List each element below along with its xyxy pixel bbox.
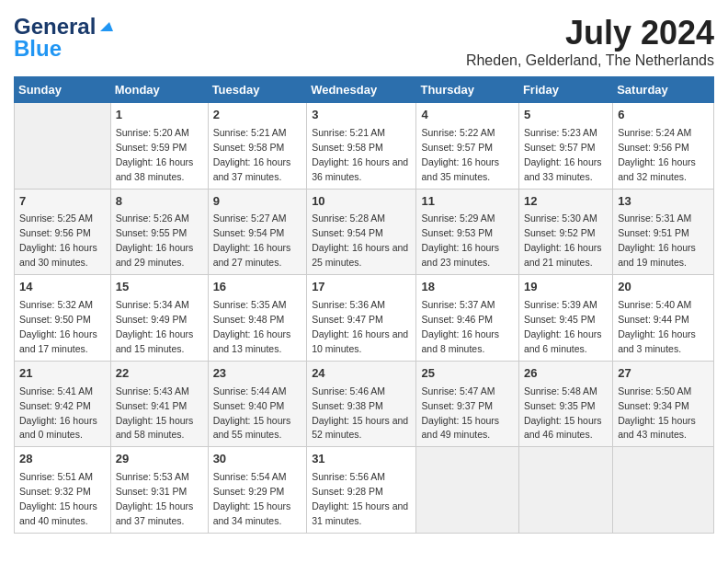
day-number: 9 [213, 193, 302, 211]
svg-marker-0 [100, 22, 113, 31]
day-number: 3 [312, 107, 411, 124]
calendar-cell: 19Sunrise: 5:39 AMSunset: 9:45 PMDayligh… [518, 275, 612, 362]
calendar-cell: 21Sunrise: 5:41 AMSunset: 9:42 PMDayligh… [15, 361, 111, 447]
page-header: General Blue July 2024 Rheden, Gelderlan… [14, 14, 714, 69]
day-info: Sunrise: 5:48 AMSunset: 9:35 PMDaylight:… [524, 385, 602, 441]
logo: General Blue [14, 14, 113, 62]
calendar-cell: 11Sunrise: 5:29 AMSunset: 9:53 PMDayligh… [416, 189, 518, 275]
calendar-cell: 30Sunrise: 5:54 AMSunset: 9:29 PMDayligh… [208, 447, 307, 534]
day-number: 20 [618, 279, 709, 296]
calendar-cell: 15Sunrise: 5:34 AMSunset: 9:49 PMDayligh… [110, 275, 208, 362]
calendar-cell: 17Sunrise: 5:36 AMSunset: 9:47 PMDayligh… [307, 275, 416, 362]
day-info: Sunrise: 5:22 AMSunset: 9:57 PMDaylight:… [421, 127, 499, 182]
day-number: 10 [312, 193, 411, 211]
calendar-cell [518, 447, 612, 534]
day-number: 7 [19, 193, 106, 211]
day-info: Sunrise: 5:51 AMSunset: 9:32 PMDaylight:… [19, 471, 97, 526]
month-year-title: July 2024 [466, 14, 714, 52]
calendar-cell: 4Sunrise: 5:22 AMSunset: 9:57 PMDaylight… [416, 103, 518, 190]
calendar-table: SundayMondayTuesdayWednesdayThursdayFrid… [14, 76, 714, 534]
day-number: 23 [213, 365, 302, 383]
day-info: Sunrise: 5:26 AMSunset: 9:55 PMDaylight:… [116, 213, 194, 268]
weekday-header-friday: Friday [518, 77, 612, 103]
calendar-cell [15, 103, 111, 190]
day-info: Sunrise: 5:27 AMSunset: 9:54 PMDaylight:… [213, 213, 291, 268]
calendar-cell: 14Sunrise: 5:32 AMSunset: 9:50 PMDayligh… [15, 275, 111, 362]
title-section: July 2024 Rheden, Gelderland, The Nether… [466, 14, 714, 69]
day-info: Sunrise: 5:23 AMSunset: 9:57 PMDaylight:… [524, 127, 602, 182]
day-number: 13 [618, 193, 709, 211]
day-number: 12 [524, 193, 608, 211]
day-info: Sunrise: 5:32 AMSunset: 9:50 PMDaylight:… [19, 299, 97, 354]
calendar-cell: 2Sunrise: 5:21 AMSunset: 9:58 PMDaylight… [208, 103, 307, 190]
calendar-week-4: 21Sunrise: 5:41 AMSunset: 9:42 PMDayligh… [15, 361, 714, 447]
calendar-cell: 31Sunrise: 5:56 AMSunset: 9:28 PMDayligh… [307, 447, 416, 534]
calendar-cell: 7Sunrise: 5:25 AMSunset: 9:56 PMDaylight… [15, 189, 111, 275]
calendar-cell: 8Sunrise: 5:26 AMSunset: 9:55 PMDaylight… [110, 189, 208, 275]
weekday-header-saturday: Saturday [613, 77, 714, 103]
day-info: Sunrise: 5:54 AMSunset: 9:29 PMDaylight:… [213, 471, 291, 526]
day-number: 21 [19, 365, 106, 383]
day-number: 18 [421, 279, 513, 296]
calendar-cell: 12Sunrise: 5:30 AMSunset: 9:52 PMDayligh… [518, 189, 612, 275]
calendar-cell: 24Sunrise: 5:46 AMSunset: 9:38 PMDayligh… [307, 361, 416, 447]
logo-icon [97, 17, 113, 33]
day-info: Sunrise: 5:21 AMSunset: 9:58 PMDaylight:… [213, 127, 291, 182]
day-info: Sunrise: 5:35 AMSunset: 9:48 PMDaylight:… [213, 299, 291, 354]
day-number: 17 [312, 279, 411, 296]
calendar-cell: 5Sunrise: 5:23 AMSunset: 9:57 PMDaylight… [518, 103, 612, 190]
day-number: 30 [213, 451, 302, 468]
day-number: 31 [312, 451, 411, 468]
calendar-cell: 23Sunrise: 5:44 AMSunset: 9:40 PMDayligh… [208, 361, 307, 447]
calendar-cell: 1Sunrise: 5:20 AMSunset: 9:59 PMDaylight… [110, 103, 208, 190]
day-number: 6 [618, 107, 709, 124]
weekday-header-thursday: Thursday [416, 77, 518, 103]
day-info: Sunrise: 5:37 AMSunset: 9:46 PMDaylight:… [421, 299, 499, 354]
calendar-cell: 29Sunrise: 5:53 AMSunset: 9:31 PMDayligh… [110, 447, 208, 534]
day-number: 28 [19, 451, 106, 468]
day-info: Sunrise: 5:25 AMSunset: 9:56 PMDaylight:… [19, 213, 97, 268]
calendar-cell: 18Sunrise: 5:37 AMSunset: 9:46 PMDayligh… [416, 275, 518, 362]
calendar-cell: 28Sunrise: 5:51 AMSunset: 9:32 PMDayligh… [15, 447, 111, 534]
day-info: Sunrise: 5:47 AMSunset: 9:37 PMDaylight:… [421, 385, 499, 441]
day-info: Sunrise: 5:36 AMSunset: 9:47 PMDaylight:… [312, 299, 408, 354]
location-label: Rheden, Gelderland, The Netherlands [466, 52, 714, 69]
calendar-cell: 27Sunrise: 5:50 AMSunset: 9:34 PMDayligh… [613, 361, 714, 447]
calendar-cell: 13Sunrise: 5:31 AMSunset: 9:51 PMDayligh… [613, 189, 714, 275]
calendar-cell [613, 447, 714, 534]
weekday-header-tuesday: Tuesday [208, 77, 307, 103]
day-info: Sunrise: 5:34 AMSunset: 9:49 PMDaylight:… [116, 299, 194, 354]
day-number: 8 [116, 193, 203, 211]
day-info: Sunrise: 5:24 AMSunset: 9:56 PMDaylight:… [618, 127, 696, 182]
calendar-cell: 26Sunrise: 5:48 AMSunset: 9:35 PMDayligh… [518, 361, 612, 447]
weekday-header-wednesday: Wednesday [307, 77, 416, 103]
day-info: Sunrise: 5:31 AMSunset: 9:51 PMDaylight:… [618, 213, 696, 268]
day-info: Sunrise: 5:21 AMSunset: 9:58 PMDaylight:… [312, 127, 408, 182]
weekday-header-monday: Monday [110, 77, 208, 103]
calendar-cell: 25Sunrise: 5:47 AMSunset: 9:37 PMDayligh… [416, 361, 518, 447]
day-info: Sunrise: 5:29 AMSunset: 9:53 PMDaylight:… [421, 213, 499, 268]
day-number: 5 [524, 107, 608, 124]
calendar-cell: 20Sunrise: 5:40 AMSunset: 9:44 PMDayligh… [613, 275, 714, 362]
day-info: Sunrise: 5:39 AMSunset: 9:45 PMDaylight:… [524, 299, 602, 354]
day-number: 14 [19, 279, 106, 296]
day-info: Sunrise: 5:28 AMSunset: 9:54 PMDaylight:… [312, 213, 408, 268]
calendar-week-1: 1Sunrise: 5:20 AMSunset: 9:59 PMDaylight… [15, 103, 714, 190]
calendar-week-3: 14Sunrise: 5:32 AMSunset: 9:50 PMDayligh… [15, 275, 714, 362]
calendar-cell: 6Sunrise: 5:24 AMSunset: 9:56 PMDaylight… [613, 103, 714, 190]
weekday-header-row: SundayMondayTuesdayWednesdayThursdayFrid… [15, 77, 714, 103]
day-info: Sunrise: 5:44 AMSunset: 9:40 PMDaylight:… [213, 385, 291, 441]
day-info: Sunrise: 5:50 AMSunset: 9:34 PMDaylight:… [618, 385, 696, 441]
calendar-week-2: 7Sunrise: 5:25 AMSunset: 9:56 PMDaylight… [15, 189, 714, 275]
day-info: Sunrise: 5:30 AMSunset: 9:52 PMDaylight:… [524, 213, 602, 268]
day-number: 22 [116, 365, 203, 383]
calendar-cell: 10Sunrise: 5:28 AMSunset: 9:54 PMDayligh… [307, 189, 416, 275]
day-info: Sunrise: 5:43 AMSunset: 9:41 PMDaylight:… [116, 385, 194, 441]
day-number: 29 [116, 451, 203, 468]
calendar-cell: 9Sunrise: 5:27 AMSunset: 9:54 PMDaylight… [208, 189, 307, 275]
day-info: Sunrise: 5:56 AMSunset: 9:28 PMDaylight:… [312, 471, 408, 526]
logo-blue: Blue [14, 36, 62, 62]
day-number: 19 [524, 279, 608, 296]
calendar-cell [416, 447, 518, 534]
day-number: 4 [421, 107, 513, 124]
